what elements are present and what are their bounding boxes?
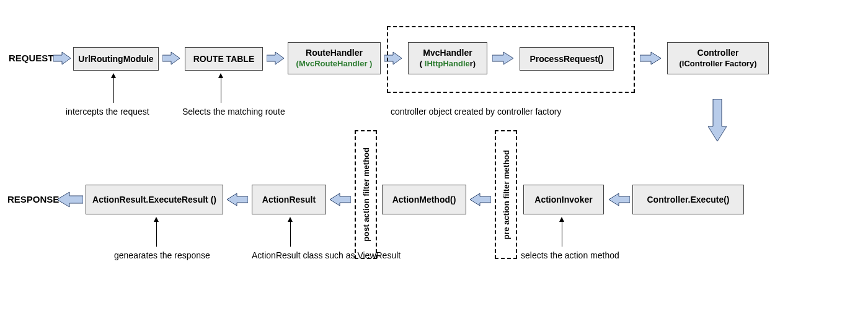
mvc-handler-title: MvcHandler	[423, 47, 472, 58]
caption-generates-response: genearates the response	[114, 250, 210, 260]
svg-marker-4	[492, 52, 513, 64]
controller-sub: (IController Factory)	[680, 59, 757, 69]
action-result-box: ActionResult	[252, 185, 326, 214]
svg-marker-7	[609, 193, 630, 206]
mvc-handler-sub: ( ( IHttpHandler)IHttpHandler)	[420, 59, 476, 69]
svg-marker-0	[53, 52, 71, 64]
post-action-filter-text: post action filter method	[361, 147, 371, 242]
action-invoker-box: ActionInvoker	[523, 185, 604, 214]
svg-marker-10	[227, 193, 248, 206]
arrow-left-icon	[608, 192, 630, 207]
request-label: REQUEST	[9, 53, 54, 63]
action-result-text: ActionResult	[262, 194, 316, 205]
svg-marker-8	[470, 193, 491, 206]
svg-marker-2	[267, 52, 284, 64]
execute-result-box: ActionResult.ExecuteResult ()	[86, 185, 223, 214]
arrow-icon	[53, 51, 72, 66]
controller-execute-text: Controller.Execute()	[647, 194, 729, 205]
route-handler-sub: (MvcRouteHandler )	[296, 59, 373, 69]
process-request-box: ProcessRequest()	[520, 47, 614, 71]
controller-box: Controller (IController Factory)	[667, 42, 769, 74]
arrow-left-icon	[469, 192, 491, 207]
svg-marker-5	[640, 52, 661, 64]
post-action-filter-box: post action filter method	[355, 130, 377, 259]
svg-marker-11	[57, 192, 83, 207]
route-table-box: ROUTE TABLE	[185, 47, 263, 71]
caption-controller-factory: controller object created by controller …	[391, 107, 561, 116]
route-handler-title: RouteHandler	[306, 47, 363, 58]
caption-selects-route: Selects the matching route	[182, 107, 285, 116]
pointer-line	[221, 78, 221, 103]
caption-actionresult-class: ActionResult class such as ViewResult	[252, 250, 401, 260]
url-routing-module-box: UrlRoutingModule	[73, 47, 159, 71]
mvc-handler-box: MvcHandler ( ( IHttpHandler)IHttpHandler…	[408, 42, 487, 74]
pointer-arrowhead-icon	[154, 217, 159, 222]
response-label: RESPONSE	[7, 194, 59, 204]
pointer-arrowhead-icon	[559, 217, 564, 222]
action-invoker-text: ActionInvoker	[534, 194, 592, 205]
pointer-line	[562, 222, 562, 247]
route-table-text: ROUTE TABLE	[193, 53, 255, 64]
svg-marker-9	[330, 193, 351, 206]
action-method-text: ActionMethod()	[392, 194, 456, 205]
caption-intercepts: intercepts the request	[66, 107, 149, 116]
svg-marker-1	[162, 52, 180, 64]
arrow-left-icon	[226, 192, 248, 207]
arrow-icon	[162, 51, 181, 66]
controller-execute-box: Controller.Execute()	[632, 185, 744, 214]
pointer-line	[156, 222, 157, 247]
arrow-icon	[267, 51, 285, 66]
pointer-line	[113, 78, 114, 103]
arrow-left-icon	[329, 192, 351, 207]
pre-action-filter-text: pre action filter method	[502, 150, 511, 239]
pointer-arrowhead-icon	[218, 73, 223, 78]
svg-marker-6	[708, 99, 727, 141]
route-handler-box: RouteHandler (MvcRouteHandler )	[288, 42, 381, 74]
pointer-arrowhead-icon	[288, 217, 293, 222]
arrow-icon	[492, 51, 515, 66]
arrow-down-icon	[708, 99, 727, 143]
diagram-canvas: REQUEST UrlRoutingModule ROUTE TABLE Rou…	[0, 0, 868, 334]
process-request-text: ProcessRequest()	[529, 53, 603, 64]
pre-action-filter-box: pre action filter method	[495, 130, 517, 259]
pointer-line	[290, 222, 291, 247]
arrow-icon	[640, 51, 662, 66]
execute-result-text: ActionResult.ExecuteResult ()	[92, 194, 216, 205]
pointer-arrowhead-icon	[111, 73, 116, 78]
controller-title: Controller	[698, 47, 739, 58]
arrow-left-icon	[56, 191, 83, 208]
url-routing-module-text: UrlRoutingModule	[78, 53, 153, 64]
caption-selects-action: selects the action method	[521, 250, 619, 260]
action-method-box: ActionMethod()	[382, 185, 466, 214]
